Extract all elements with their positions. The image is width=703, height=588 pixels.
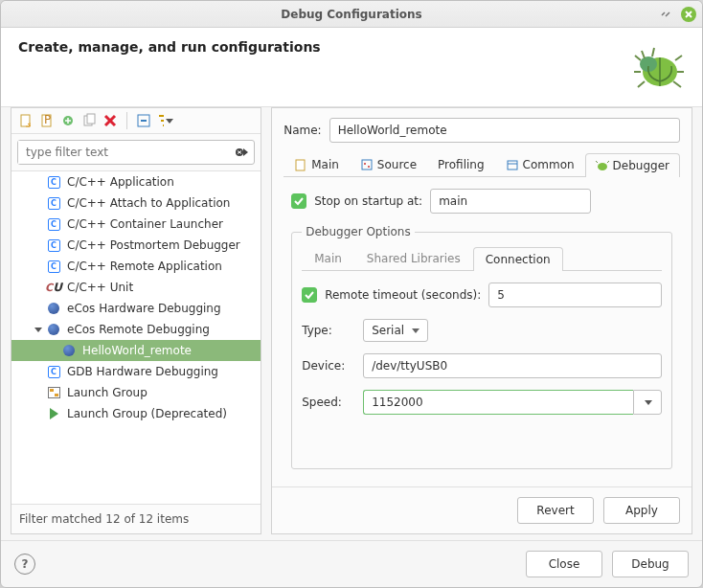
- c-icon: C: [46, 216, 61, 232]
- config-tree[interactable]: CC/C++ ApplicationCC/C++ Attach to Appli…: [11, 170, 261, 504]
- tab-profiling[interactable]: Profiling: [427, 152, 495, 176]
- chevron-down-icon: [645, 400, 652, 405]
- speed-dropdown-button[interactable]: [633, 390, 662, 415]
- dialog-footer: ? Close Debug: [1, 540, 702, 587]
- delete-config-icon[interactable]: [102, 112, 119, 129]
- name-label: Name:: [283, 124, 321, 137]
- tree-item-label: C/C++ Unit: [67, 281, 133, 294]
- tree-item[interactable]: CC/C++ Attach to Application: [11, 192, 261, 214]
- ball-icon: [46, 301, 61, 316]
- clear-filter-icon[interactable]: [233, 144, 250, 161]
- tree-item[interactable]: CGDB Hardware Debugging: [11, 361, 261, 382]
- device-label: Device:: [302, 359, 353, 373]
- apply-button[interactable]: Apply: [603, 497, 680, 524]
- stop-on-startup-input[interactable]: [430, 189, 591, 214]
- close-button[interactable]: Close: [526, 551, 602, 577]
- speed-input[interactable]: [363, 390, 633, 415]
- svg-rect-17: [296, 160, 305, 170]
- dialog-header: Create, manage, and run configurations: [1, 28, 702, 107]
- svg-point-19: [364, 163, 366, 165]
- duplicate-config-icon[interactable]: [80, 112, 98, 129]
- export-config-icon[interactable]: [59, 112, 77, 129]
- tree-item[interactable]: eCos Remote Debugging: [11, 319, 261, 340]
- tree-item[interactable]: CC/C++ Remote Application: [11, 256, 261, 277]
- common-tab-icon: [506, 158, 519, 171]
- restore-icon[interactable]: [658, 7, 673, 22]
- cu-icon: CU: [46, 280, 61, 295]
- new-proto-config-icon[interactable]: P: [38, 112, 56, 129]
- new-config-icon[interactable]: [17, 112, 34, 129]
- tab-label: Profiling: [438, 158, 485, 171]
- svg-text:P: P: [44, 113, 51, 126]
- help-icon[interactable]: ?: [14, 554, 35, 575]
- tree-item[interactable]: CC/C++ Application: [11, 171, 261, 192]
- tree-item-label: C/C++ Container Launcher: [67, 217, 223, 231]
- ball-icon: [61, 343, 77, 358]
- tree-item[interactable]: CC/C++ Postmortem Debugger: [11, 235, 261, 256]
- svg-point-20: [368, 166, 370, 168]
- debugger-tab-icon: [596, 159, 609, 172]
- remote-timeout-label: Remote timeout (seconds):: [325, 288, 481, 302]
- ball-icon: [46, 322, 61, 337]
- tab-common[interactable]: Common: [495, 152, 585, 176]
- tree-item-label: GDB Hardware Debugging: [67, 365, 218, 378]
- tab-label: Debugger: [613, 159, 669, 172]
- stop-on-startup-checkbox[interactable]: [291, 193, 306, 209]
- play-icon: [46, 406, 61, 421]
- subtab-shared-libraries[interactable]: Shared Libraries: [354, 246, 473, 270]
- svg-line-25: [607, 161, 609, 163]
- debugger-options-legend: Debugger Options: [302, 225, 415, 238]
- svg-point-23: [598, 163, 607, 170]
- tab-main[interactable]: Main: [283, 152, 350, 176]
- filter-input-wrap: [17, 140, 255, 165]
- tree-item-label: Launch Group: [67, 386, 147, 399]
- tree-item-label: C/C++ Remote Application: [67, 260, 222, 273]
- subtab-main[interactable]: Main: [302, 246, 354, 270]
- tree-item[interactable]: Launch Group (Deprecated): [11, 403, 261, 424]
- c-icon: C: [46, 195, 61, 211]
- tab-debugger[interactable]: Debugger: [585, 153, 680, 177]
- remote-timeout-checkbox[interactable]: [302, 287, 317, 303]
- tree-item[interactable]: CC/C++ Container Launcher: [11, 214, 261, 235]
- page-title: Create, manage, and run configurations: [18, 39, 321, 55]
- tab-label: Source: [377, 158, 417, 171]
- subtab-connection[interactable]: Connection: [473, 247, 563, 271]
- debug-button[interactable]: Debug: [612, 551, 689, 577]
- c-icon: C: [46, 174, 61, 190]
- c-icon: C: [46, 237, 61, 253]
- type-select[interactable]: Serial: [363, 319, 428, 342]
- tree-item-label: eCos Hardware Debugging: [67, 302, 221, 315]
- svg-rect-9: [87, 114, 95, 124]
- filter-status: Filter matched 12 of 12 items: [11, 504, 261, 533]
- config-name-input[interactable]: [329, 118, 680, 143]
- tree-item[interactable]: CUC/C++ Unit: [11, 277, 261, 298]
- tree-toolbar: P: [11, 108, 261, 134]
- remote-timeout-input[interactable]: [488, 283, 662, 307]
- c-icon: C: [46, 259, 61, 274]
- svg-rect-21: [508, 161, 517, 170]
- type-label: Type:: [302, 324, 353, 337]
- debug-bug-icon: [627, 39, 685, 97]
- revert-button[interactable]: Revert: [517, 497, 594, 524]
- filter-input[interactable]: [18, 141, 233, 164]
- grp-icon: [46, 385, 61, 400]
- debug-config-window: Debug Configurations Create, manage, and…: [0, 0, 703, 588]
- tree-item[interactable]: HelloWorld_remote: [11, 340, 261, 361]
- tree-item[interactable]: eCos Hardware Debugging: [11, 298, 261, 319]
- tree-item-label: C/C++ Application: [67, 175, 174, 189]
- filter-config-icon[interactable]: [156, 112, 173, 129]
- tree-item-label: eCos Remote Debugging: [67, 323, 210, 336]
- close-icon[interactable]: [681, 7, 696, 22]
- tree-item-label: HelloWorld_remote: [82, 344, 192, 357]
- chevron-down-icon: [412, 328, 420, 333]
- collapse-all-icon[interactable]: [135, 112, 152, 129]
- tree-item[interactable]: Launch Group: [11, 382, 261, 403]
- device-input[interactable]: [363, 353, 662, 378]
- source-tab-icon: [360, 158, 374, 171]
- tab-label: Common: [523, 158, 575, 171]
- config-detail-panel: Name: MainSourceProfilingCommonDebugger …: [271, 107, 692, 534]
- tab-source[interactable]: Source: [350, 152, 427, 176]
- titlebar: Debug Configurations: [1, 1, 702, 28]
- window-title: Debug Configurations: [281, 8, 421, 21]
- speed-label: Speed:: [302, 396, 353, 409]
